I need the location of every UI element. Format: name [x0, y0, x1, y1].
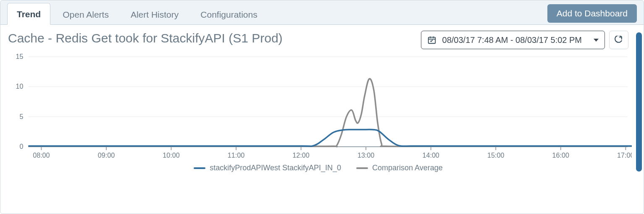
tab-alert-history[interactable]: Alert History — [121, 3, 188, 25]
chart-legend: stackifyProdAPIWest StackifyAPI_IN_0 Com… — [5, 162, 632, 173]
svg-text:0: 0 — [19, 143, 23, 150]
svg-text:17:00: 17:00 — [617, 151, 632, 159]
svg-text:15:00: 15:00 — [487, 151, 504, 159]
tab-configurations[interactable]: Configurations — [191, 3, 267, 25]
date-range-label: 08/03/17 7:48 AM - 08/03/17 5:02 PM — [442, 35, 582, 45]
svg-text:5: 5 — [19, 113, 23, 120]
legend-swatch-icon — [356, 167, 368, 169]
svg-text:10: 10 — [16, 82, 23, 90]
svg-text:12:00: 12:00 — [292, 151, 309, 159]
panel-content: Cache - Redis Get took for StackifyAPI (… — [0, 25, 644, 177]
monitor-panel: TrendOpen AlertsAlert HistoryConfigurati… — [0, 0, 644, 214]
chart-area: 05101508:0009:0010:0011:0012:0013:0014:0… — [5, 53, 632, 162]
export-button[interactable] — [609, 31, 628, 49]
svg-text:13:00: 13:00 — [357, 151, 374, 159]
legend-swatch-icon — [194, 167, 205, 169]
calendar-icon — [427, 35, 436, 45]
svg-text:11:00: 11:00 — [228, 151, 244, 159]
svg-text:16:00: 16:00 — [552, 151, 569, 159]
svg-text:08:00: 08:00 — [33, 151, 50, 159]
legend-item-series1[interactable]: stackifyProdAPIWest StackifyAPI_IN_0 — [194, 164, 341, 172]
date-range-picker[interactable]: 08/03/17 7:48 AM - 08/03/17 5:02 PM — [421, 31, 605, 49]
legend-label: Comparison Average — [372, 164, 443, 172]
external-link-icon — [615, 36, 623, 44]
legend-label: stackifyProdAPIWest StackifyAPI_IN_0 — [210, 164, 341, 172]
svg-text:09:00: 09:00 — [98, 151, 115, 159]
line-chart: 05101508:0009:0010:0011:0012:0013:0014:0… — [5, 53, 632, 162]
svg-text:10:00: 10:00 — [163, 151, 179, 159]
tab-bar: TrendOpen AlertsAlert HistoryConfigurati… — [0, 0, 644, 25]
tab-trend[interactable]: Trend — [7, 3, 50, 25]
svg-text:15: 15 — [16, 53, 23, 60]
svg-text:14:00: 14:00 — [422, 151, 439, 159]
add-to-dashboard-button[interactable]: Add to Dashboard — [547, 4, 637, 23]
chevron-down-icon — [594, 39, 599, 42]
chart-title: Cache - Redis Get took for StackifyAPI (… — [8, 31, 283, 46]
tab-open-alerts[interactable]: Open Alerts — [53, 3, 118, 25]
vertical-scrollbar[interactable] — [636, 32, 642, 172]
legend-item-series2[interactable]: Comparison Average — [356, 164, 443, 172]
